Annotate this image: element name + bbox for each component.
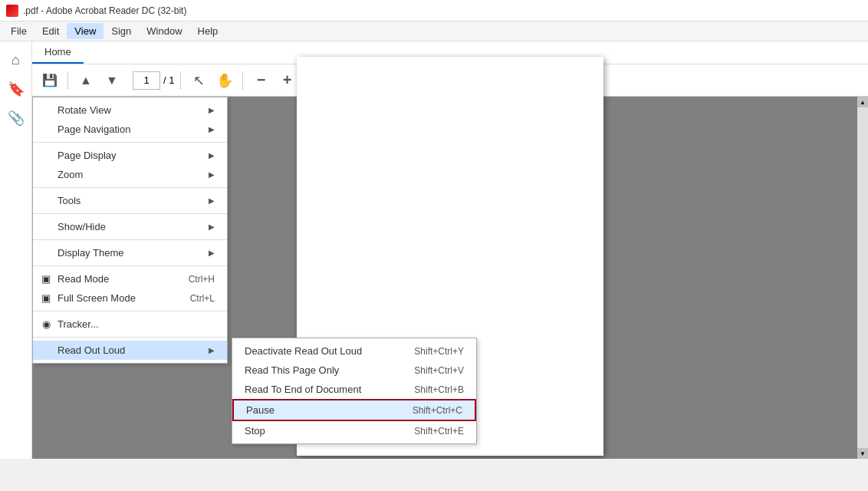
scroll-bar[interactable]: ▲ ▼ bbox=[857, 97, 868, 459]
page-navigation-label: Page Navigation bbox=[58, 124, 130, 135]
deactivate-label: Deactivate Read Out Loud bbox=[245, 345, 362, 357]
annotation-panel-btn[interactable]: 📎 bbox=[4, 106, 28, 130]
read-page-shortcut: Shift+Ctrl+V bbox=[414, 365, 464, 376]
tracker-label: Tracker... bbox=[58, 318, 99, 330]
divider-1 bbox=[33, 142, 227, 143]
app-icon bbox=[6, 5, 18, 17]
submenu-pause[interactable]: Pause Shift+Ctrl+C bbox=[232, 399, 476, 421]
menu-zoom[interactable]: Zoom ▶ bbox=[33, 165, 227, 184]
tools-label: Tools bbox=[58, 195, 81, 206]
menu-display-theme[interactable]: Display Theme ▶ bbox=[33, 243, 227, 262]
menu-sign[interactable]: Sign bbox=[104, 23, 139, 39]
menu-edit[interactable]: Edit bbox=[35, 23, 67, 39]
read-out-loud-arrow: ▶ bbox=[209, 346, 215, 354]
divider-5 bbox=[33, 265, 227, 266]
home-panel-btn[interactable]: ⌂ bbox=[4, 48, 28, 72]
scroll-down-btn[interactable]: ▼ bbox=[857, 448, 868, 459]
scroll-up-btn[interactable]: ▲ bbox=[857, 97, 868, 107]
menu-full-screen[interactable]: ▣ Full Screen Mode Ctrl+L bbox=[33, 288, 227, 308]
menu-help[interactable]: Help bbox=[190, 23, 226, 39]
deactivate-shortcut: Shift+Ctrl+Y bbox=[414, 346, 464, 357]
rotate-view-arrow: ▶ bbox=[209, 106, 215, 114]
display-theme-label: Display Theme bbox=[58, 247, 123, 259]
read-out-loud-label: Read Out Loud bbox=[58, 344, 125, 356]
tools-arrow: ▶ bbox=[209, 196, 215, 205]
divider-6 bbox=[33, 311, 227, 311]
menu-read-out-loud[interactable]: Read Out Loud ▶ bbox=[33, 341, 227, 360]
menu-show-hide[interactable]: Show/Hide ▶ bbox=[33, 217, 227, 236]
page-separator: / 1 bbox=[163, 74, 174, 86]
zoom-label: Zoom bbox=[58, 169, 83, 180]
page-display-label: Page Display bbox=[58, 150, 117, 161]
page-nav: / 1 bbox=[133, 71, 174, 90]
title-text: .pdf - Adobe Acrobat Reader DC (32-bit) bbox=[23, 5, 186, 16]
submenu-read-page[interactable]: Read This Page Only Shift+Ctrl+V bbox=[232, 361, 476, 380]
title-bar: .pdf - Adobe Acrobat Reader DC (32-bit) bbox=[0, 0, 868, 21]
read-mode-shortcut: Ctrl+H bbox=[189, 274, 215, 285]
divider-3 bbox=[33, 213, 227, 214]
read-page-label: Read This Page Only bbox=[245, 364, 339, 376]
read-mode-icon: ▣ bbox=[39, 272, 53, 286]
left-panel: ⌂ 🔖 📎 ◀ bbox=[0, 41, 32, 459]
menu-file[interactable]: File bbox=[3, 23, 35, 39]
menu-view[interactable]: View bbox=[67, 23, 104, 39]
submenu-stop[interactable]: Stop Shift+Ctrl+E bbox=[232, 421, 476, 440]
menu-rotate-view[interactable]: Rotate View ▶ bbox=[33, 101, 227, 120]
pause-shortcut: Shift+Ctrl+C bbox=[413, 405, 462, 416]
main-area: ⌂ 🔖 📎 ◀ Home 💾 ▲ ▼ / 1 ↖ ✋ − + 175 bbox=[0, 41, 868, 459]
zoom-arrow: ▶ bbox=[209, 170, 215, 179]
display-theme-arrow: ▶ bbox=[209, 249, 215, 257]
next-page-btn[interactable]: ▼ bbox=[100, 69, 123, 92]
tracker-icon: ◉ bbox=[39, 318, 53, 331]
full-screen-shortcut: Ctrl+L bbox=[190, 293, 215, 304]
full-screen-icon: ▣ bbox=[39, 292, 53, 305]
divider-4 bbox=[33, 239, 227, 240]
menu-read-mode[interactable]: ▣ Read Mode Ctrl+H bbox=[33, 269, 227, 288]
page-navigation-arrow: ▶ bbox=[209, 125, 215, 133]
divider-7 bbox=[33, 337, 227, 338]
zoom-in-btn[interactable]: + bbox=[275, 69, 298, 92]
prev-page-btn[interactable]: ▲ bbox=[74, 69, 97, 92]
divider-2 bbox=[33, 187, 227, 188]
menu-page-display[interactable]: Page Display ▶ bbox=[33, 146, 227, 165]
home-tab[interactable]: Home bbox=[32, 41, 84, 64]
toolbar-sep-1 bbox=[67, 71, 68, 90]
stop-label: Stop bbox=[245, 425, 265, 437]
view-menu-dropdown: Rotate View ▶ Page Navigation ▶ Page Dis… bbox=[32, 97, 228, 364]
cursor-btn[interactable]: ↖ bbox=[187, 69, 210, 92]
toolbar-sep-2 bbox=[180, 71, 181, 90]
read-mode-label: Read Mode bbox=[58, 273, 109, 285]
toolbar-sep-3 bbox=[242, 71, 243, 90]
submenu-deactivate[interactable]: Deactivate Read Out Loud Shift+Ctrl+Y bbox=[232, 341, 476, 361]
page-display-arrow: ▶ bbox=[209, 151, 215, 160]
read-out-loud-submenu: Deactivate Read Out Loud Shift+Ctrl+Y Re… bbox=[232, 338, 477, 444]
content-area: Home 💾 ▲ ▼ / 1 ↖ ✋ − + 175% 50% 75% 100%… bbox=[32, 41, 868, 459]
menu-tools[interactable]: Tools ▶ bbox=[33, 191, 227, 210]
menu-page-navigation[interactable]: Page Navigation ▶ bbox=[33, 120, 227, 139]
page-input[interactable] bbox=[133, 71, 160, 90]
hand-btn[interactable]: ✋ bbox=[213, 69, 236, 92]
menu-window[interactable]: Window bbox=[139, 23, 189, 39]
show-hide-arrow: ▶ bbox=[209, 222, 215, 231]
stop-shortcut: Shift+Ctrl+E bbox=[414, 426, 464, 437]
save-btn[interactable]: 💾 bbox=[38, 69, 61, 92]
show-hide-label: Show/Hide bbox=[58, 221, 106, 232]
menu-tracker[interactable]: ◉ Tracker... bbox=[33, 315, 227, 334]
bookmark-panel-btn[interactable]: 🔖 bbox=[4, 77, 28, 101]
read-to-end-label: Read To End of Document bbox=[245, 384, 361, 395]
rotate-view-label: Rotate View bbox=[58, 104, 111, 116]
pause-label: Pause bbox=[246, 404, 275, 416]
read-to-end-shortcut: Shift+Ctrl+B bbox=[414, 384, 464, 395]
zoom-out-btn[interactable]: − bbox=[249, 69, 272, 92]
submenu-read-to-end[interactable]: Read To End of Document Shift+Ctrl+B bbox=[232, 380, 476, 399]
full-screen-label: Full Screen Mode bbox=[58, 292, 136, 304]
menu-bar: File Edit View Sign Window Help bbox=[0, 21, 868, 41]
